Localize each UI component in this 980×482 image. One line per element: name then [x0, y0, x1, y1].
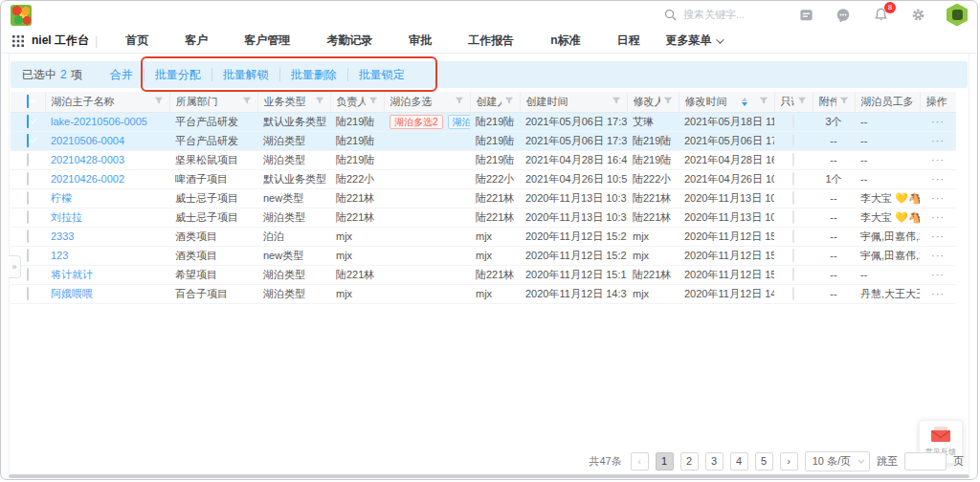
page-button-2[interactable]: 2 — [680, 452, 699, 471]
filter-funnel-icon[interactable] — [504, 96, 514, 107]
row-checkbox[interactable] — [27, 153, 29, 166]
nav-items: 首页客户客户管理考勤记录审批工作报告n标准日程 — [107, 33, 657, 49]
page-button-1[interactable]: 1 — [656, 452, 674, 471]
settings-gear-icon[interactable] — [909, 7, 926, 24]
row-actions-icon[interactable]: ··· — [931, 211, 945, 223]
app-logo[interactable] — [11, 5, 32, 26]
row-actions-icon[interactable]: ··· — [931, 192, 945, 204]
sidebar-expand-toggle[interactable]: » — [9, 255, 21, 278]
creator-cell: mjx — [470, 246, 520, 265]
row-checkbox[interactable] — [27, 172, 29, 186]
user-avatar[interactable] — [947, 4, 968, 27]
modified-time-cell: 2021年05月06日 17:33 — [679, 131, 774, 150]
readonly-checkbox[interactable] — [792, 249, 794, 262]
horizontal-scrollbar[interactable] — [9, 474, 969, 478]
row-actions-icon[interactable]: ··· — [931, 288, 945, 299]
record-name-link[interactable]: 阿娥喂喂 — [51, 288, 93, 299]
row-checkbox[interactable] — [27, 287, 29, 300]
row-actions-icon[interactable]: ··· — [931, 269, 945, 280]
created-time-cell: 2020年11月12日 14:38 — [520, 284, 627, 303]
row-checkbox[interactable] — [27, 191, 29, 205]
modified-time-cell: 2020年11月13日 10:30 — [679, 208, 774, 227]
employees-cell: 丹慧,大王大王,潭 — [855, 284, 920, 303]
nav-item-7[interactable]: 日程 — [598, 33, 657, 49]
page-jump-input[interactable] — [904, 452, 947, 471]
batch-action-0[interactable]: 合并 — [100, 68, 144, 81]
more-menu-button[interactable]: 更多菜单 — [657, 33, 729, 49]
readonly-checkbox[interactable] — [792, 230, 794, 243]
nav-item-2[interactable]: 客户管理 — [226, 33, 308, 49]
batch-action-1[interactable]: 批量分配 — [144, 68, 212, 81]
nav-item-4[interactable]: 审批 — [390, 33, 450, 49]
page-button-3[interactable]: 3 — [705, 452, 724, 471]
modifier-cell: 陆219陆 — [627, 150, 679, 169]
record-name-link[interactable]: 20210428-0003 — [51, 154, 124, 165]
row-checkbox[interactable] — [27, 210, 29, 224]
readonly-checkbox[interactable] — [792, 268, 794, 281]
filter-funnel-icon[interactable] — [663, 96, 673, 107]
readonly-checkbox[interactable] — [792, 172, 794, 186]
row-actions-icon[interactable]: ··· — [931, 250, 945, 261]
record-name-link[interactable]: 柠檬 — [51, 192, 72, 204]
record-name-link[interactable]: 刘拉拉 — [51, 211, 82, 223]
filter-funnel-icon[interactable] — [154, 96, 164, 107]
filter-funnel-icon[interactable] — [612, 96, 621, 107]
batch-action-3[interactable]: 批量删除 — [279, 68, 347, 81]
record-name-link[interactable]: 20210506-0004 — [51, 135, 124, 146]
filter-funnel-icon[interactable] — [242, 96, 252, 107]
global-search[interactable]: 搜索关键字... — [664, 1, 745, 29]
row-actions-icon[interactable]: ··· — [931, 230, 945, 242]
readonly-checkbox[interactable] — [792, 210, 794, 224]
row-checkbox[interactable] — [27, 115, 29, 128]
filter-funnel-icon[interactable] — [797, 96, 807, 107]
filter-funnel-icon[interactable] — [839, 96, 849, 107]
column-header-12: 操作 — [920, 92, 956, 112]
messages-icon[interactable] — [835, 7, 852, 24]
readonly-checkbox[interactable] — [792, 134, 794, 147]
row-checkbox[interactable] — [27, 268, 29, 281]
owner-cell: mjx — [330, 227, 384, 246]
row-checkbox[interactable] — [27, 134, 29, 147]
row-checkbox[interactable] — [27, 249, 29, 262]
readonly-checkbox[interactable] — [792, 287, 794, 300]
record-name-link[interactable]: lake-20210506-0005 — [51, 116, 147, 127]
nav-item-0[interactable]: 首页 — [107, 33, 167, 49]
record-name-link[interactable]: 将计就计 — [51, 269, 93, 280]
readonly-checkbox[interactable] — [792, 191, 794, 205]
row-actions-icon[interactable]: ··· — [931, 154, 945, 165]
page-button-5[interactable]: 5 — [755, 452, 773, 471]
filter-funnel-icon[interactable] — [759, 96, 768, 107]
page-button-4[interactable]: 4 — [730, 452, 748, 471]
record-name-link[interactable]: 123 — [51, 250, 68, 261]
batch-action-4[interactable]: 批量锁定 — [347, 68, 415, 81]
nav-item-1[interactable]: 客户 — [167, 33, 226, 49]
sort-icon[interactable] — [742, 98, 747, 106]
notifications-bell-icon[interactable]: 8 — [872, 7, 889, 24]
nav-item-3[interactable]: 考勤记录 — [308, 33, 390, 49]
tag-red[interactable]: 湖泊多选2 — [390, 115, 443, 129]
nav-item-5[interactable]: 工作报告 — [450, 33, 532, 49]
record-name-link[interactable]: 2333 — [51, 230, 74, 242]
calendar-icon[interactable] — [797, 7, 814, 24]
row-actions-icon[interactable]: ··· — [931, 135, 945, 146]
filter-funnel-icon[interactable] — [368, 96, 378, 107]
row-actions-icon[interactable]: ··· — [931, 173, 945, 185]
row-actions-icon[interactable]: ··· — [931, 116, 945, 127]
row-checkbox[interactable] — [27, 230, 29, 243]
select-all-checkbox[interactable] — [27, 95, 29, 108]
tag-blue[interactable]: 湖泊多选1 — [448, 115, 470, 129]
business-type-cell: new类型 — [257, 188, 330, 208]
record-name-cell: 2333 — [45, 227, 169, 246]
filter-funnel-icon[interactable] — [455, 96, 464, 107]
next-page-button[interactable]: › — [780, 452, 798, 471]
readonly-cell — [774, 188, 813, 208]
readonly-checkbox[interactable] — [792, 153, 794, 166]
workspace-switcher[interactable]: niel 工作台 — [12, 33, 89, 49]
nav-item-6[interactable]: n标准 — [532, 33, 598, 49]
readonly-checkbox[interactable] — [792, 115, 794, 128]
record-name-link[interactable]: 20210426-0002 — [51, 173, 124, 185]
prev-page-button[interactable]: ‹ — [631, 452, 649, 471]
page-size-select[interactable]: 10 条/页 — [805, 451, 870, 471]
filter-funnel-icon[interactable] — [315, 96, 324, 107]
batch-action-2[interactable]: 批量解锁 — [212, 68, 279, 81]
